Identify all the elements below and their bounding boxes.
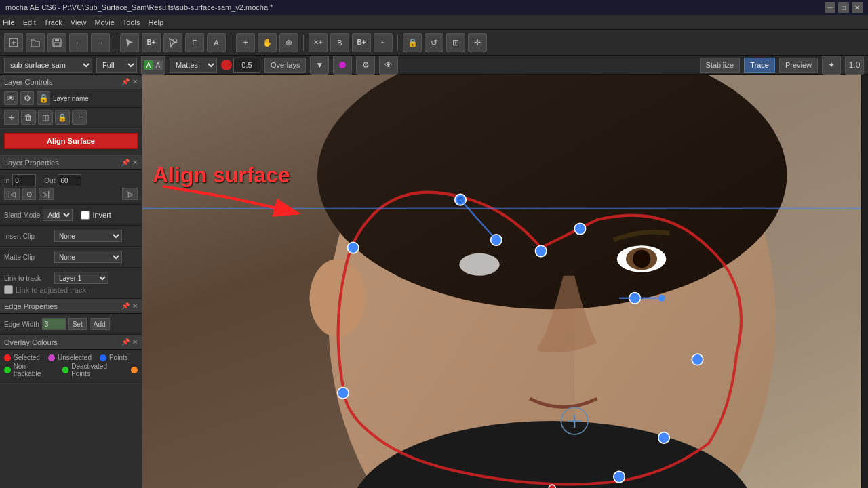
menu-file[interactable]: File [3,18,15,26]
edge-props-pin[interactable]: 📌 [121,302,130,310]
opacity-input[interactable]: 0.5 [233,58,260,73]
view-mode-select[interactable]: Full [96,58,137,73]
menu-help[interactable]: Help [148,18,163,26]
app-title: mocha AE CS6 - P:\VC\Sub_Surface_Sam\Res… [5,3,273,12]
grid-btn[interactable]: ⊞ [446,33,465,52]
invert-check[interactable]: Invert [81,211,111,220]
sep3 [303,35,304,51]
eye-btn[interactable]: 👁 [379,56,398,75]
settings-btn[interactable]: ⚙ [356,56,375,75]
e-btn[interactable]: E [185,33,204,52]
layer-props-pin[interactable]: 📌 [121,159,130,166]
svg-point-27 [574,223,585,234]
sep4 [397,35,398,51]
overlay-colours-pin[interactable]: 📌 [121,338,130,346]
menu-edit[interactable]: Edit [23,18,36,26]
new-btn[interactable] [4,33,23,52]
layer-props-close[interactable]: ✕ [132,159,138,166]
stabilize-btn[interactable]: Stabilize [700,58,741,73]
in-input[interactable]: 0 [12,174,36,186]
back-btn[interactable]: ← [69,33,88,52]
edge-width-input[interactable]: 3 [42,318,66,330]
in-btn1[interactable]: |◁ [4,188,20,200]
edge-props-title: Edge Properties [4,302,58,310]
points-label: Points [109,354,128,361]
align-surface-btn[interactable]: Align Surface [4,133,138,149]
out-label: Out [44,177,55,184]
overlay-colours-header: Overlay Colours 📌 ✕ [0,335,142,350]
in-btn3[interactable]: ▷| [39,188,54,200]
zoom-btn[interactable]: ⊕ [279,33,298,52]
crosshair-btn[interactable]: ✛ [468,33,487,52]
right-scrollbar[interactable] [861,75,868,488]
menu-movie[interactable]: Movie [94,18,114,26]
controls-bar: sub-surface-sam Full A A Mattes 0.5 Over… [0,56,868,75]
layer-controls-pin[interactable]: 📌 [121,78,130,85]
edge-props-close[interactable]: ✕ [132,302,138,310]
extra-btn[interactable]: 1.0 [845,56,864,75]
color-toggle[interactable]: A A [141,56,165,75]
view-options-btn[interactable]: ▼ [310,56,329,75]
bplus-btn[interactable]: B+ [352,33,371,52]
overlays-btn[interactable]: Overlays [264,58,306,73]
maximize-btn[interactable]: □ [838,2,849,13]
edge-set-btn[interactable]: Set [68,318,87,330]
menu-tools[interactable]: Tools [123,18,140,26]
insert-clip-select[interactable]: None [54,230,122,242]
link-track-select[interactable]: Layer 1 [54,272,108,284]
add-layer-btn[interactable]: + [4,110,19,125]
blend-select[interactable]: Add [43,209,73,221]
out-input[interactable]: 60 [58,174,81,186]
matte-clip-label: Matte Clip [4,253,52,261]
close-btn[interactable]: ✕ [852,2,863,13]
layer-select[interactable]: sub-surface-sam [4,58,92,73]
select2-btn[interactable] [163,33,182,52]
svg-rect-5 [54,43,60,46]
points-dot [100,354,106,361]
colours-section: Selected Unselected Points Non-trackable… [0,350,142,382]
open-btn[interactable] [26,33,45,52]
more-layer-btn[interactable]: ⋯ [72,110,87,125]
lock-all-btn[interactable]: 🔒 [55,110,70,125]
lock-btn[interactable]: 🔒 [403,33,422,52]
delete-layer-btn[interactable]: 🗑 [21,110,36,125]
in-btn2[interactable]: ⊙ [22,188,36,200]
color-picker-btn[interactable] [333,56,352,75]
overlay-colours-close[interactable]: ✕ [132,338,138,346]
curve-btn[interactable]: ~ [374,33,393,52]
gear-layer-btn[interactable]: ⚙ [20,92,34,105]
forward-btn[interactable]: → [91,33,110,52]
select-btn[interactable] [120,33,139,52]
menu-view[interactable]: View [71,18,87,26]
eye-layer-btn[interactable]: 👁 [4,92,18,105]
matte-clip-select[interactable]: None [54,251,122,263]
svg-point-31 [658,432,669,443]
viewer[interactable]: Align surface [142,75,861,488]
rotate-btn[interactable]: ↺ [425,33,443,52]
layer-controls-close[interactable]: ✕ [132,78,138,85]
save-btn[interactable] [47,33,66,52]
in-btn4[interactable]: |▷ [122,188,138,200]
trace-btn[interactable]: Trace [744,58,775,73]
add-point-btn[interactable]: + [236,33,255,52]
toolbar: ← → B+ E A + ✋ ⊕ ✕+ B B+ ~ 🔒 ↺ ⊞ ✛ [0,30,868,56]
group-layer-btn[interactable]: ◫ [38,110,53,125]
left-panel: Layer Controls 📌 ✕ 👁 ⚙ 🔒 Layer name + 🗑 … [0,75,142,488]
face-svg [142,75,861,488]
mattes-select[interactable]: Mattes [170,58,217,73]
minimize-btn[interactable]: ─ [825,2,835,13]
edge-add-btn[interactable]: Add [90,318,110,330]
insert-clip-label: Insert Clip [4,232,52,240]
fx-btn[interactable]: ✦ [822,56,841,75]
title-bar-controls[interactable]: ─ □ ✕ [825,2,863,13]
link-adjusted-check[interactable]: Link to adjusted track. [4,285,88,294]
menu-track[interactable]: Track [44,18,62,26]
bb-btn[interactable]: B+ [142,33,161,52]
b-btn[interactable]: B [330,33,349,52]
lock-layer-btn[interactable]: 🔒 [37,92,50,105]
xplus-btn[interactable]: ✕+ [309,33,328,52]
a-btn[interactable]: A [207,33,226,52]
svg-point-26 [535,245,546,256]
pan-btn[interactable]: ✋ [258,33,277,52]
preview-btn[interactable]: Preview [779,58,818,73]
